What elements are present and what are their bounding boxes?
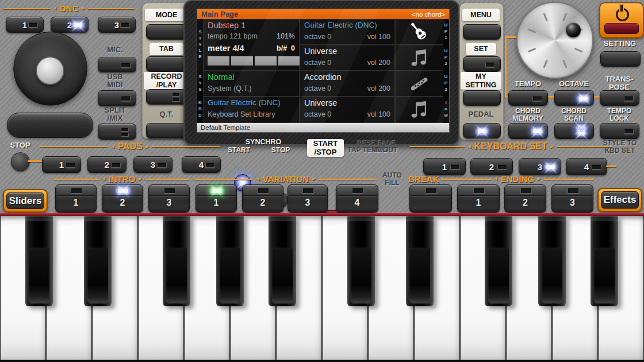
style-name: Dubstep 1 <box>208 21 246 30</box>
arrow-left-icon: ◄ <box>255 176 260 182</box>
synchro-label: SYNCHRO <box>235 138 292 147</box>
knob-tick <box>527 48 536 53</box>
black-key-8[interactable] <box>485 216 512 306</box>
part-up3-cell[interactable]: Accordion octave 0 vol 200 <box>300 71 395 97</box>
ending-button-1[interactable]: 1 <box>457 184 500 213</box>
variation-button-4[interactable]: 4 <box>336 184 378 213</box>
arrow-left-icon: ◄ <box>110 144 115 149</box>
intro-button-3[interactable]: 3 <box>148 184 190 213</box>
part-low-icon-cell[interactable] <box>395 97 443 123</box>
keyboard-set-button-4[interactable]: 4 <box>566 158 607 175</box>
variation-button-3[interactable]: 3 <box>288 184 328 213</box>
black-key-5[interactable] <box>269 216 296 306</box>
part-up3-icon-cell[interactable] <box>395 71 443 97</box>
my-setting-button[interactable] <box>463 90 501 106</box>
keyboard-set-button-2[interactable]: 2 <box>470 158 513 175</box>
set-button[interactable] <box>463 56 501 72</box>
kbd-cell[interactable]: Guitar Electric (DNC) Keyboard Set Libra… <box>203 97 300 123</box>
mode-button[interactable] <box>146 24 189 40</box>
style-key-sig: b/# 0 <box>277 44 295 52</box>
part-up2-cell[interactable]: Universe octave 0 vol 200 <box>300 45 395 71</box>
black-key-6[interactable] <box>347 216 375 306</box>
tempo-octave-knob[interactable] <box>516 2 593 79</box>
chord-indicator: <no chord> <box>412 11 445 18</box>
black-key-9[interactable] <box>538 216 566 306</box>
chord-scan-button[interactable] <box>554 123 594 139</box>
octave-button[interactable] <box>554 90 594 106</box>
tempo-lock-button[interactable] <box>600 123 639 139</box>
record-play-led <box>172 93 180 102</box>
part-up2-vol: vol 200 <box>367 59 390 67</box>
sliders-button[interactable]: Sliders <box>3 189 48 213</box>
piano-keyboard[interactable] <box>0 216 644 362</box>
arrow-left-icon: ◄ <box>467 144 472 149</box>
pedal-button[interactable] <box>463 123 501 138</box>
transpose-button[interactable] <box>600 90 639 106</box>
keyboard-set-button-1[interactable]: 1 <box>423 158 466 175</box>
black-key-10[interactable] <box>591 216 618 306</box>
dnc-button-3-label: 3 <box>114 20 119 30</box>
split-mix-button[interactable] <box>98 124 136 140</box>
pads-button-3[interactable]: 3 <box>133 156 172 173</box>
power-button[interactable] <box>599 2 644 38</box>
sys-cell[interactable]: Normal System (Q.T.) <box>203 71 300 97</box>
intro-button-1[interactable]: 1 <box>55 184 97 213</box>
pedal-led <box>477 129 487 134</box>
dnc-button-3[interactable]: 3 <box>98 17 136 33</box>
knob-link-line <box>505 36 516 38</box>
tempo-label: TEMPO <box>508 80 547 88</box>
dnc-1-led <box>28 22 38 28</box>
tab-button[interactable] <box>146 56 189 72</box>
ending-button-3[interactable]: 3 <box>551 184 593 213</box>
dnc-button-1[interactable]: 1 <box>6 17 44 33</box>
pads-button-2[interactable]: 2 <box>87 156 126 173</box>
part-up1-cell[interactable]: Guitar Electric (DNC) octave 0 vol 100 <box>300 19 395 45</box>
pads-button-4[interactable]: 4 <box>182 156 221 173</box>
black-key-2[interactable] <box>84 216 112 306</box>
music-note-icon <box>408 47 430 69</box>
pads-button-1[interactable]: 1 <box>42 156 81 173</box>
part-up1-icon-cell[interactable] <box>395 19 443 45</box>
keyboard-set-button-3[interactable]: 3 <box>519 158 561 175</box>
record-play-label: RECORD /PLAY <box>144 72 189 90</box>
effects-button-label: Effects <box>601 191 639 209</box>
variation-button-2[interactable]: 2 <box>242 184 283 213</box>
flute-icon <box>408 72 431 95</box>
dnc-button-2[interactable]: 2 <box>51 17 89 33</box>
intro-button-2[interactable]: 2 <box>102 184 143 213</box>
part-up1-vol: vol 100 <box>367 33 390 41</box>
effects-button[interactable]: Effects <box>597 188 642 212</box>
side-label-sys: S Y S <box>197 71 203 97</box>
knob-indicator-dot <box>566 22 581 37</box>
intro-section-label: ◄ INTRO ► <box>54 174 190 184</box>
intro-2-led <box>117 188 129 194</box>
variation-button-1[interactable]: 1 <box>195 184 237 213</box>
beat-segment <box>231 56 253 66</box>
mic-button[interactable] <box>98 57 136 72</box>
menu-button[interactable] <box>463 24 501 40</box>
part-up2-octave: octave 0 <box>304 59 331 67</box>
usb-midi-button[interactable] <box>98 90 136 106</box>
main-display[interactable]: Main Page <no chord> S T Y L E S Y S K B… <box>197 9 449 132</box>
black-key-7[interactable] <box>406 216 434 306</box>
joystick[interactable] <box>13 32 87 106</box>
arrow-right-icon: ► <box>536 176 542 182</box>
pads-2-led <box>111 163 121 168</box>
setting-button[interactable] <box>600 51 641 67</box>
record-play-button[interactable] <box>146 89 189 105</box>
break-button[interactable] <box>409 184 452 213</box>
chord-memory-button[interactable] <box>508 123 548 139</box>
part-low-cell[interactable]: Universe octave 0 vol 100 <box>300 97 395 123</box>
part-up2-icon-cell[interactable] <box>395 45 443 71</box>
black-key-4[interactable] <box>216 216 244 306</box>
pads-1-led <box>66 163 75 168</box>
black-key-1[interactable] <box>25 216 53 306</box>
joystick-cap[interactable] <box>36 56 64 85</box>
style-cell[interactable]: Dubstep 1 tempo 121 bpm 101% meter 4/4 b… <box>203 19 300 71</box>
pitch-bend-bar[interactable] <box>7 113 93 138</box>
keyboard-set-1-led <box>450 164 460 170</box>
qt-button[interactable] <box>146 123 189 138</box>
ending-button-2[interactable]: 2 <box>504 184 546 213</box>
tempo-button[interactable] <box>508 90 548 106</box>
black-key-3[interactable] <box>163 216 190 306</box>
